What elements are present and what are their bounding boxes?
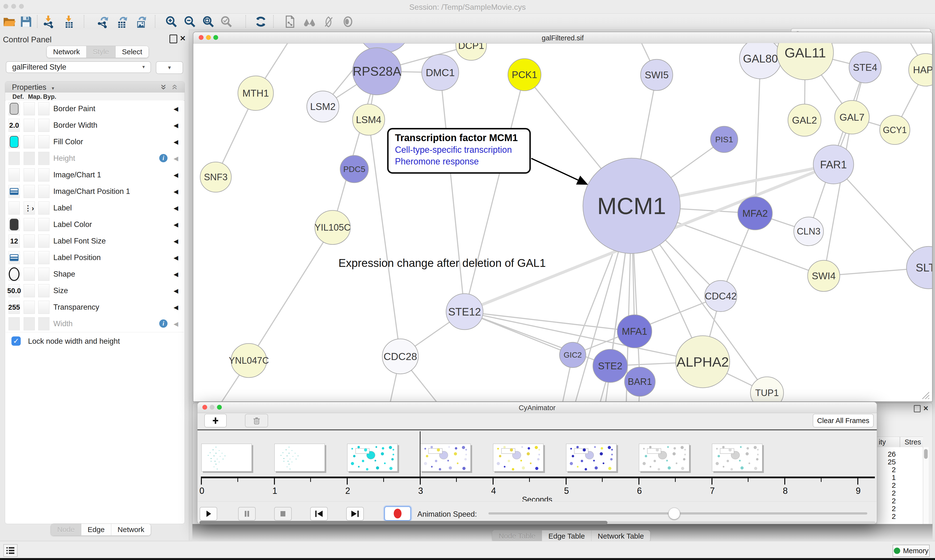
table-cell-value[interactable]: 2 (892, 505, 896, 513)
style-options-button[interactable]: ▼ (156, 61, 183, 74)
bypass-cell[interactable] (38, 202, 49, 215)
property-row-width[interactable]: Widthi◀ (6, 315, 184, 332)
zoom-fit-icon[interactable] (201, 15, 216, 29)
frame-thumbnail-6[interactable] (639, 444, 689, 471)
expand-property-icon[interactable]: ◀ (174, 238, 178, 245)
delete-frame-button[interactable] (245, 414, 268, 428)
tab-edge-table[interactable]: Edge Table (542, 530, 591, 542)
info-icon[interactable]: i (159, 319, 168, 328)
skip-to-start-button[interactable] (310, 507, 328, 521)
table-cell-value[interactable]: 2 (892, 481, 896, 489)
property-row-transparency[interactable]: 255Transparency◀ (6, 299, 184, 316)
mapping-cell[interactable] (24, 119, 35, 132)
default-cell[interactable] (9, 317, 20, 330)
property-row-border-width[interactable]: 2.0Border Width◀ (6, 117, 184, 134)
mapping-cell[interactable] (24, 301, 35, 314)
expand-property-icon[interactable]: ◀ (174, 320, 178, 328)
default-cell[interactable] (9, 251, 20, 264)
table-cell-value[interactable]: 2 (892, 512, 896, 521)
network-file-icon[interactable] (282, 15, 298, 29)
bypass-cell[interactable] (38, 317, 49, 330)
cyanimator-scrollbar[interactable] (199, 521, 875, 524)
bypass-cell[interactable] (38, 185, 49, 198)
import-table-icon[interactable] (61, 15, 76, 29)
export-network-icon[interactable] (96, 15, 111, 29)
property-row-label-position[interactable]: Label Position◀ (6, 249, 184, 266)
mapping-cell[interactable] (24, 317, 35, 330)
record-button[interactable] (384, 506, 411, 521)
close-panel-icon[interactable]: ✕ (180, 34, 186, 43)
tab-network-bottom[interactable]: Network (111, 524, 151, 535)
frame-thumbnail-2[interactable] (347, 444, 398, 471)
default-cell[interactable] (9, 268, 20, 281)
network-edge[interactable] (440, 72, 464, 312)
bypass-cell[interactable] (38, 152, 49, 165)
tab-select[interactable]: Select (116, 46, 148, 58)
mapping-cell[interactable] (24, 168, 35, 182)
network-edge[interactable] (824, 117, 852, 276)
default-cell[interactable] (9, 202, 20, 215)
tab-node-table[interactable]: Node Table (492, 530, 542, 542)
network-window-titlebar[interactable]: galFiltered.sif (193, 32, 932, 43)
float-panel-icon[interactable] (914, 405, 921, 412)
bypass-cell[interactable] (38, 301, 49, 314)
export-table-icon[interactable] (114, 15, 130, 29)
mapping-cell[interactable] (24, 234, 35, 248)
properties-header[interactable]: Properties ▼ » « (5, 82, 185, 92)
default-cell[interactable] (9, 152, 20, 165)
bypass-cell[interactable] (38, 119, 49, 132)
mapping-cell[interactable] (24, 251, 35, 264)
property-row-height[interactable]: Heighti◀ (6, 150, 184, 167)
property-row-image-chart-1[interactable]: Image/Chart 1◀ (6, 167, 184, 183)
default-cell[interactable] (9, 185, 20, 198)
bypass-cell[interactable] (38, 135, 49, 148)
lock-checkbox[interactable]: ✓ (11, 337, 21, 346)
network-edge[interactable] (755, 58, 761, 213)
table-cell-value[interactable]: 1 (892, 474, 896, 482)
tab-edge[interactable]: Edge (81, 524, 111, 535)
mapping-cell[interactable] (24, 185, 35, 198)
table-cell-value[interactable]: 26 (888, 450, 896, 458)
find-binoculars-icon[interactable] (302, 15, 317, 29)
table-cell-value[interactable]: 25 (888, 458, 896, 466)
frame-thumbnail-0[interactable] (201, 444, 252, 471)
expand-all-icon[interactable]: » (158, 84, 169, 89)
annotation-box[interactable]: Transcription factor MCM1 Cell-type-spec… (387, 128, 531, 174)
memory-button[interactable]: Memory (893, 545, 930, 557)
frame-thumbnail-1[interactable] (275, 444, 325, 471)
network-edge[interactable] (333, 71, 377, 228)
zoom-selected-icon[interactable] (219, 15, 234, 29)
cyanimator-titlebar[interactable]: CyAnimator (197, 402, 877, 413)
default-cell[interactable] (9, 218, 20, 231)
bypass-cell[interactable] (38, 218, 49, 231)
frame-thumbnail-5[interactable] (566, 444, 617, 471)
play-button[interactable] (200, 507, 217, 521)
import-network-icon[interactable] (41, 15, 56, 29)
zoom-out-icon[interactable] (182, 15, 197, 29)
bypass-cell[interactable] (38, 102, 49, 115)
bypass-cell[interactable] (38, 234, 49, 248)
pause-button[interactable] (238, 507, 256, 521)
mapping-cell[interactable] (24, 284, 35, 297)
network-edge[interactable] (464, 75, 525, 312)
save-session-icon[interactable] (19, 15, 34, 29)
network-canvas[interactable]: RPS22BRPS28ADCP1DMC1PCK1MTH1LSM2LSM4SWI5… (193, 43, 932, 402)
default-cell[interactable]: 12 (9, 234, 20, 248)
bypass-cell[interactable] (38, 268, 49, 281)
collapse-all-icon[interactable]: « (170, 84, 181, 89)
table-cell-value[interactable]: 2 (892, 497, 896, 505)
frame-thumbnail-4[interactable] (493, 444, 543, 471)
expand-property-icon[interactable]: ◀ (174, 271, 178, 278)
property-row-border-paint[interactable]: Border Paint◀ (6, 100, 184, 117)
timeline[interactable]: 0123456789 Seconds (198, 430, 876, 502)
expand-property-icon[interactable]: ◀ (174, 188, 178, 195)
resize-grip-icon[interactable] (920, 390, 930, 400)
info-icon[interactable]: i (159, 154, 168, 162)
default-cell[interactable] (9, 168, 20, 182)
default-cell[interactable] (9, 135, 20, 148)
export-image-icon[interactable] (133, 15, 148, 29)
float-panel-icon[interactable] (170, 35, 177, 43)
bypass-cell[interactable] (38, 168, 49, 182)
expand-property-icon[interactable]: ◀ (174, 205, 178, 212)
expand-property-icon[interactable]: ◀ (174, 287, 178, 294)
